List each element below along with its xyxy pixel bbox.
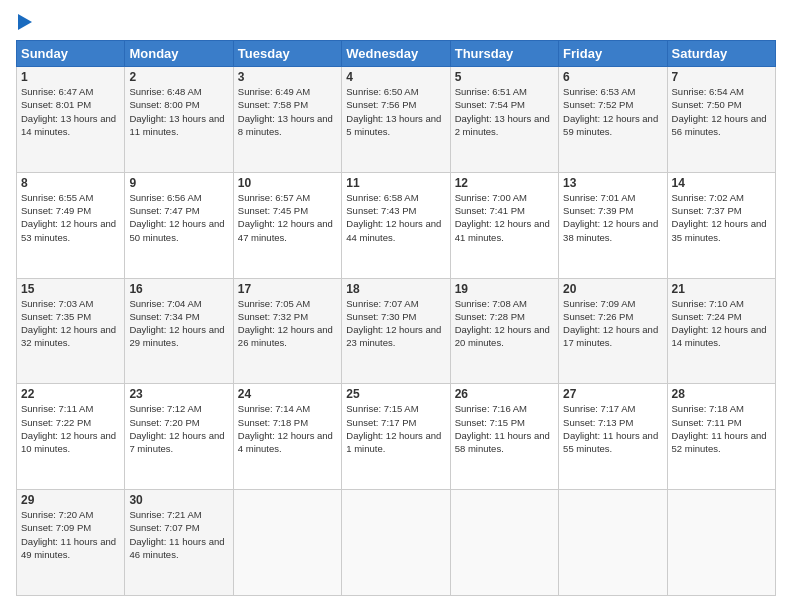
day-number: 22 xyxy=(21,387,120,401)
day-number: 20 xyxy=(563,282,662,296)
table-row: 11Sunrise: 6:58 AMSunset: 7:43 PMDayligh… xyxy=(342,172,450,278)
calendar-table: Sunday Monday Tuesday Wednesday Thursday… xyxy=(16,40,776,596)
table-row: 20Sunrise: 7:09 AMSunset: 7:26 PMDayligh… xyxy=(559,278,667,384)
day-info: Sunrise: 7:07 AMSunset: 7:30 PMDaylight:… xyxy=(346,298,441,349)
table-row: 24Sunrise: 7:14 AMSunset: 7:18 PMDayligh… xyxy=(233,384,341,490)
table-row: 30Sunrise: 7:21 AMSunset: 7:07 PMDayligh… xyxy=(125,490,233,596)
day-number: 24 xyxy=(238,387,337,401)
table-row: 4Sunrise: 6:50 AMSunset: 7:56 PMDaylight… xyxy=(342,67,450,173)
table-row: 26Sunrise: 7:16 AMSunset: 7:15 PMDayligh… xyxy=(450,384,558,490)
day-number: 25 xyxy=(346,387,445,401)
day-info: Sunrise: 6:49 AMSunset: 7:58 PMDaylight:… xyxy=(238,86,333,137)
table-row: 5Sunrise: 6:51 AMSunset: 7:54 PMDaylight… xyxy=(450,67,558,173)
table-row: 13Sunrise: 7:01 AMSunset: 7:39 PMDayligh… xyxy=(559,172,667,278)
day-number: 23 xyxy=(129,387,228,401)
day-info: Sunrise: 7:00 AMSunset: 7:41 PMDaylight:… xyxy=(455,192,550,243)
table-row: 17Sunrise: 7:05 AMSunset: 7:32 PMDayligh… xyxy=(233,278,341,384)
calendar-week-row: 22Sunrise: 7:11 AMSunset: 7:22 PMDayligh… xyxy=(17,384,776,490)
day-number: 6 xyxy=(563,70,662,84)
day-number: 9 xyxy=(129,176,228,190)
day-number: 12 xyxy=(455,176,554,190)
table-row: 22Sunrise: 7:11 AMSunset: 7:22 PMDayligh… xyxy=(17,384,125,490)
col-sunday: Sunday xyxy=(17,41,125,67)
table-row: 23Sunrise: 7:12 AMSunset: 7:20 PMDayligh… xyxy=(125,384,233,490)
day-info: Sunrise: 6:51 AMSunset: 7:54 PMDaylight:… xyxy=(455,86,550,137)
calendar-week-row: 8Sunrise: 6:55 AMSunset: 7:49 PMDaylight… xyxy=(17,172,776,278)
day-number: 21 xyxy=(672,282,771,296)
day-number: 18 xyxy=(346,282,445,296)
day-number: 19 xyxy=(455,282,554,296)
day-info: Sunrise: 6:56 AMSunset: 7:47 PMDaylight:… xyxy=(129,192,224,243)
day-info: Sunrise: 7:12 AMSunset: 7:20 PMDaylight:… xyxy=(129,403,224,454)
table-row: 6Sunrise: 6:53 AMSunset: 7:52 PMDaylight… xyxy=(559,67,667,173)
table-row: 9Sunrise: 6:56 AMSunset: 7:47 PMDaylight… xyxy=(125,172,233,278)
day-info: Sunrise: 7:18 AMSunset: 7:11 PMDaylight:… xyxy=(672,403,767,454)
col-tuesday: Tuesday xyxy=(233,41,341,67)
day-number: 29 xyxy=(21,493,120,507)
day-number: 7 xyxy=(672,70,771,84)
day-info: Sunrise: 6:47 AMSunset: 8:01 PMDaylight:… xyxy=(21,86,116,137)
col-friday: Friday xyxy=(559,41,667,67)
day-info: Sunrise: 7:11 AMSunset: 7:22 PMDaylight:… xyxy=(21,403,116,454)
day-number: 3 xyxy=(238,70,337,84)
day-number: 16 xyxy=(129,282,228,296)
page: Sunday Monday Tuesday Wednesday Thursday… xyxy=(0,0,792,612)
table-row: 27Sunrise: 7:17 AMSunset: 7:13 PMDayligh… xyxy=(559,384,667,490)
table-row: 2Sunrise: 6:48 AMSunset: 8:00 PMDaylight… xyxy=(125,67,233,173)
table-row xyxy=(450,490,558,596)
table-row xyxy=(342,490,450,596)
table-row: 1Sunrise: 6:47 AMSunset: 8:01 PMDaylight… xyxy=(17,67,125,173)
table-row: 7Sunrise: 6:54 AMSunset: 7:50 PMDaylight… xyxy=(667,67,775,173)
day-info: Sunrise: 7:08 AMSunset: 7:28 PMDaylight:… xyxy=(455,298,550,349)
table-row: 3Sunrise: 6:49 AMSunset: 7:58 PMDaylight… xyxy=(233,67,341,173)
day-info: Sunrise: 7:03 AMSunset: 7:35 PMDaylight:… xyxy=(21,298,116,349)
table-row xyxy=(559,490,667,596)
calendar-header-row: Sunday Monday Tuesday Wednesday Thursday… xyxy=(17,41,776,67)
logo xyxy=(16,16,32,30)
day-number: 2 xyxy=(129,70,228,84)
col-saturday: Saturday xyxy=(667,41,775,67)
day-info: Sunrise: 6:58 AMSunset: 7:43 PMDaylight:… xyxy=(346,192,441,243)
day-info: Sunrise: 7:16 AMSunset: 7:15 PMDaylight:… xyxy=(455,403,550,454)
col-wednesday: Wednesday xyxy=(342,41,450,67)
col-thursday: Thursday xyxy=(450,41,558,67)
day-number: 30 xyxy=(129,493,228,507)
day-number: 4 xyxy=(346,70,445,84)
table-row: 15Sunrise: 7:03 AMSunset: 7:35 PMDayligh… xyxy=(17,278,125,384)
day-info: Sunrise: 6:50 AMSunset: 7:56 PMDaylight:… xyxy=(346,86,441,137)
day-info: Sunrise: 7:04 AMSunset: 7:34 PMDaylight:… xyxy=(129,298,224,349)
logo-text xyxy=(16,16,32,30)
day-info: Sunrise: 6:55 AMSunset: 7:49 PMDaylight:… xyxy=(21,192,116,243)
day-number: 5 xyxy=(455,70,554,84)
day-info: Sunrise: 6:53 AMSunset: 7:52 PMDaylight:… xyxy=(563,86,658,137)
table-row: 14Sunrise: 7:02 AMSunset: 7:37 PMDayligh… xyxy=(667,172,775,278)
day-number: 27 xyxy=(563,387,662,401)
day-info: Sunrise: 7:21 AMSunset: 7:07 PMDaylight:… xyxy=(129,509,224,560)
header xyxy=(16,16,776,30)
day-number: 13 xyxy=(563,176,662,190)
table-row: 29Sunrise: 7:20 AMSunset: 7:09 PMDayligh… xyxy=(17,490,125,596)
day-number: 8 xyxy=(21,176,120,190)
calendar-week-row: 15Sunrise: 7:03 AMSunset: 7:35 PMDayligh… xyxy=(17,278,776,384)
day-info: Sunrise: 7:14 AMSunset: 7:18 PMDaylight:… xyxy=(238,403,333,454)
table-row: 28Sunrise: 7:18 AMSunset: 7:11 PMDayligh… xyxy=(667,384,775,490)
day-info: Sunrise: 7:20 AMSunset: 7:09 PMDaylight:… xyxy=(21,509,116,560)
day-info: Sunrise: 7:09 AMSunset: 7:26 PMDaylight:… xyxy=(563,298,658,349)
table-row: 19Sunrise: 7:08 AMSunset: 7:28 PMDayligh… xyxy=(450,278,558,384)
logo-arrow-icon xyxy=(18,14,32,30)
table-row: 18Sunrise: 7:07 AMSunset: 7:30 PMDayligh… xyxy=(342,278,450,384)
day-info: Sunrise: 7:05 AMSunset: 7:32 PMDaylight:… xyxy=(238,298,333,349)
day-info: Sunrise: 6:48 AMSunset: 8:00 PMDaylight:… xyxy=(129,86,224,137)
table-row xyxy=(233,490,341,596)
table-row: 16Sunrise: 7:04 AMSunset: 7:34 PMDayligh… xyxy=(125,278,233,384)
day-number: 28 xyxy=(672,387,771,401)
day-info: Sunrise: 7:01 AMSunset: 7:39 PMDaylight:… xyxy=(563,192,658,243)
day-number: 10 xyxy=(238,176,337,190)
day-info: Sunrise: 7:10 AMSunset: 7:24 PMDaylight:… xyxy=(672,298,767,349)
day-info: Sunrise: 7:17 AMSunset: 7:13 PMDaylight:… xyxy=(563,403,658,454)
day-info: Sunrise: 6:57 AMSunset: 7:45 PMDaylight:… xyxy=(238,192,333,243)
table-row: 21Sunrise: 7:10 AMSunset: 7:24 PMDayligh… xyxy=(667,278,775,384)
day-number: 14 xyxy=(672,176,771,190)
day-info: Sunrise: 7:15 AMSunset: 7:17 PMDaylight:… xyxy=(346,403,441,454)
table-row: 8Sunrise: 6:55 AMSunset: 7:49 PMDaylight… xyxy=(17,172,125,278)
